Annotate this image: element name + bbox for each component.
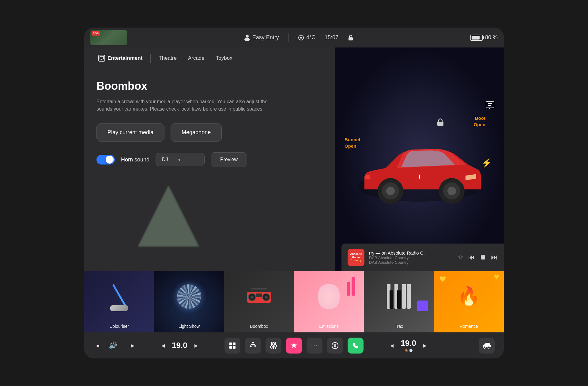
- tab-entertainment-label: Entertainment: [107, 55, 142, 61]
- boombox-title: Boombox: [96, 80, 323, 93]
- music-controls: ☆ ⏮ ⏹ ⏭: [458, 253, 498, 261]
- status-map[interactable]: SOS: [90, 30, 127, 45]
- star-button[interactable]: [286, 338, 302, 354]
- svg-point-20: [265, 296, 268, 299]
- svg-rect-21: [256, 293, 262, 297]
- nav-right-car: [429, 338, 495, 354]
- volume-icon: 🔊: [106, 339, 119, 352]
- home-button[interactable]: [224, 338, 240, 354]
- time-value: 15:07: [325, 34, 338, 41]
- svg-rect-5: [100, 56, 104, 59]
- tab-arcade[interactable]: Arcade: [183, 53, 209, 64]
- tab-theatre[interactable]: Theatre: [154, 53, 182, 64]
- lightning-icon: ⚡: [481, 158, 492, 168]
- favorite-button[interactable]: ☆: [458, 253, 464, 261]
- music-info: rry — on Absolute Radio C: DAB Absolute …: [369, 250, 453, 265]
- controls-button[interactable]: [266, 338, 281, 354]
- play-media-button[interactable]: Play current media: [96, 123, 164, 142]
- boombox-content: Boombox Entertain a crowd with your medi…: [84, 69, 335, 271]
- tab-toybox[interactable]: Toybox: [211, 53, 237, 64]
- toggle-knob: [106, 156, 114, 164]
- car-button[interactable]: [479, 338, 495, 354]
- tab-bar: Entertainment Theatre Arcade Toybox: [84, 47, 335, 69]
- left-temp-value: 19.0: [172, 341, 187, 350]
- sos-label[interactable]: SOS: [92, 31, 100, 36]
- horn-row: Horn sound DJ ▼ Preview: [96, 152, 323, 167]
- temp-down-right-button[interactable]: ◂: [388, 339, 396, 352]
- svg-point-30: [270, 346, 273, 348]
- usb-button[interactable]: [245, 338, 261, 354]
- app-icon-lightshow[interactable]: Light Show: [154, 271, 224, 332]
- tesla-screen: SOS Easy Entry: [84, 28, 504, 358]
- temp-down-left-button[interactable]: ◂: [159, 339, 167, 352]
- battery-indicator: 80 %: [470, 34, 498, 41]
- svg-point-27: [250, 345, 252, 347]
- music-title: rry — on Absolute Radio C:: [369, 250, 453, 255]
- svg-point-31: [274, 345, 277, 347]
- nav-left: ◂ 🔊 ▸: [93, 339, 159, 352]
- temperature-value: 4°C: [306, 34, 315, 41]
- time-item: 15:07: [325, 34, 338, 41]
- svg-point-1: [244, 38, 250, 41]
- heart-emoji-2: 💛: [494, 274, 499, 279]
- romance-label: Romance: [460, 324, 478, 329]
- display-text-icon[interactable]: [485, 101, 495, 112]
- bonnet-status: Open: [345, 143, 356, 149]
- preview-button[interactable]: Preview: [211, 152, 247, 167]
- temperature-item: 4°C: [298, 34, 315, 41]
- tab-entertainment[interactable]: Entertainment: [93, 52, 147, 64]
- tab-toybox-label: Toybox: [216, 55, 232, 61]
- svg-rect-24: [229, 346, 232, 349]
- svg-point-34: [335, 345, 336, 346]
- dj-visual: [130, 185, 207, 271]
- svg-text:T: T: [418, 174, 421, 180]
- svg-rect-22: [229, 342, 232, 345]
- dj-triangle-shape: [138, 185, 199, 247]
- button-row: Play current media Megaphone: [96, 123, 323, 142]
- volume-up-button[interactable]: ▸: [129, 339, 137, 352]
- app-icon-trax[interactable]: Trax: [364, 271, 434, 332]
- megaphone-button[interactable]: Megaphone: [171, 123, 222, 142]
- music-station: DAB Absolute Country: [369, 255, 453, 260]
- app-icon-boombox[interactable]: Boombox: [224, 271, 294, 332]
- right-temp-icons: 🪑💨: [401, 349, 416, 353]
- seat-icon: 🪑💨: [404, 349, 413, 352]
- radio-logo: AbsoluteRadioCountry: [348, 249, 364, 266]
- svg-point-35: [484, 346, 486, 348]
- coloriser-image: [84, 271, 154, 322]
- music-button[interactable]: [327, 338, 343, 354]
- app-icon-romance[interactable]: 🔥 💛 💛 Romance: [434, 271, 504, 332]
- music-sub-station: DAB Absolute Country: [369, 260, 453, 265]
- stop-button[interactable]: ⏹: [480, 253, 486, 261]
- battery-fill: [472, 36, 480, 40]
- svg-rect-23: [233, 342, 236, 345]
- app-icon-coloriser[interactable]: Colouriser: [84, 271, 154, 332]
- temp-up-left-button[interactable]: ▸: [192, 339, 200, 352]
- nav-center: ···: [224, 338, 364, 354]
- volume-down-button[interactable]: ◂: [93, 339, 102, 352]
- svg-rect-4: [349, 37, 353, 40]
- trax-black-key-1: [390, 290, 393, 309]
- menu-button[interactable]: ···: [307, 338, 322, 354]
- radio-logo-text: AbsoluteRadioCountry: [350, 252, 362, 262]
- phone-button[interactable]: [348, 338, 364, 354]
- next-button[interactable]: ⏭: [491, 253, 498, 261]
- easy-entry-item[interactable]: Easy Entry: [244, 34, 279, 41]
- horn-select[interactable]: DJ ▼: [156, 153, 205, 166]
- svg-point-36: [488, 346, 490, 348]
- trax-image: [364, 271, 434, 322]
- horn-toggle[interactable]: [96, 155, 115, 165]
- temperature-icon: [298, 34, 304, 41]
- temp-up-right-button[interactable]: ▸: [421, 339, 429, 352]
- easy-entry-label: Easy Entry: [252, 34, 279, 41]
- romance-image: 🔥 💛 💛: [434, 271, 504, 322]
- bonnet-label-text: Bonnet: [345, 137, 360, 142]
- car-body: T: [349, 125, 490, 215]
- app-icon-emissions[interactable]: Emissions: [294, 271, 364, 332]
- emissions-bar1: [352, 277, 355, 296]
- status-right: 80 %: [470, 34, 498, 41]
- nav-left-temp: ◂ 19.0 ▸: [159, 339, 224, 352]
- bottom-nav: ◂ 🔊 ▸ ◂ 19.0 ▸: [84, 332, 504, 358]
- prev-button[interactable]: ⏮: [468, 253, 475, 261]
- trax-keys: [387, 284, 411, 309]
